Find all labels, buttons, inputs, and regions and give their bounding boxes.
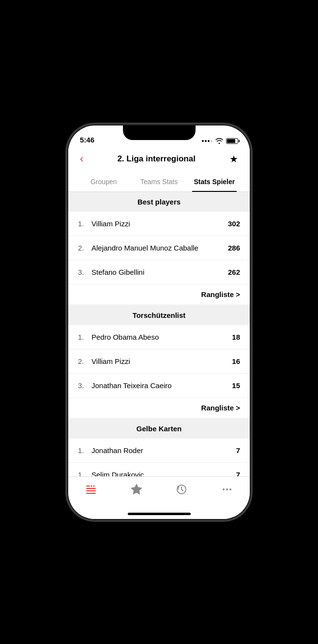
- svg-point-4: [91, 485, 92, 487]
- battery-fill: [227, 139, 235, 143]
- list-icon: [85, 484, 97, 495]
- player-score: 18: [232, 333, 240, 341]
- player-name: Villiam Pizzi: [90, 357, 232, 365]
- player-name: Pedro Obama Abeso: [90, 333, 232, 341]
- list-item: 1. Jonathan Roder 7: [68, 439, 250, 463]
- player-name: Jonathan Teixeira Caeiro: [90, 381, 232, 390]
- player-name: Stefano Gibellini: [90, 268, 228, 276]
- more-icon: [221, 484, 233, 495]
- player-score: 302: [228, 220, 240, 228]
- tab-bar: Groupen Teams Stats Stats Spieler: [68, 173, 250, 192]
- tab-teams-stats[interactable]: Teams Stats: [131, 173, 186, 191]
- player-name: Jonathan Roder: [90, 446, 236, 455]
- player-score: 7: [236, 446, 240, 455]
- player-score: 262: [228, 268, 240, 276]
- player-rank: 2.: [78, 244, 90, 252]
- nav-favorites[interactable]: [114, 481, 159, 498]
- bottom-nav: [68, 476, 250, 510]
- rangliste-link-best[interactable]: Rangliste >: [201, 290, 240, 298]
- player-rank: 1.: [78, 446, 90, 455]
- player-rank: 1.: [78, 333, 90, 341]
- history-icon: [176, 484, 187, 495]
- section-torschutzenlist: Torschützenlist 1. Pedro Obama Abeso 18 …: [68, 305, 250, 418]
- svg-point-5: [93, 485, 94, 487]
- header: ‹ 2. Liga interregional ★: [68, 147, 250, 173]
- nav-history[interactable]: [159, 481, 205, 498]
- list-item: 3. Jonathan Teixeira Caeiro 15: [68, 374, 250, 398]
- player-name: Villiam Pizzi: [90, 220, 228, 228]
- rangliste-link-torschutzen[interactable]: Rangliste >: [201, 404, 240, 412]
- rangliste-row-torschutzen: Rangliste >: [68, 398, 250, 418]
- svg-point-8: [226, 488, 228, 490]
- page-title: 2. Liga interregional: [85, 154, 227, 164]
- svg-point-9: [229, 488, 231, 490]
- player-rank: 3.: [78, 268, 90, 276]
- player-rank: 1.: [78, 220, 90, 228]
- list-item: 1. Selim Durakovic 7: [68, 463, 250, 476]
- content-area: Best players 1. Villiam Pizzi 302 2. Ale…: [68, 192, 250, 476]
- player-rank: 2.: [78, 357, 90, 365]
- battery-icon: [226, 138, 238, 144]
- signal-icon: [202, 140, 212, 142]
- list-item: 1. Villiam Pizzi 302: [68, 212, 250, 236]
- home-indicator: [128, 513, 191, 515]
- player-score: 286: [228, 244, 240, 252]
- section-best-players: Best players 1. Villiam Pizzi 302 2. Ale…: [68, 192, 250, 304]
- list-item: 1. Pedro Obama Abeso 18: [68, 325, 250, 349]
- player-score: 15: [232, 381, 240, 390]
- tab-stats-spieler[interactable]: Stats Spieler: [187, 173, 242, 191]
- nav-list[interactable]: [68, 481, 114, 498]
- list-item: 3. Stefano Gibellini 262: [68, 260, 250, 284]
- status-time: 5:46: [80, 136, 94, 144]
- nav-more[interactable]: [204, 481, 250, 498]
- section-title-gelbe-karten: Gelbe Karten: [68, 419, 250, 439]
- svg-point-7: [223, 488, 225, 490]
- section-gelbe-karten: Gelbe Karten 1. Jonathan Roder 7 1. Seli…: [68, 419, 250, 476]
- section-title-best-players: Best players: [68, 192, 250, 212]
- list-item: 2. Alejandro Manuel Munoz Caballe 286: [68, 236, 250, 260]
- player-score: 7: [236, 471, 240, 476]
- back-button[interactable]: ‹: [78, 151, 85, 167]
- list-item: 2. Villiam Pizzi 16: [68, 349, 250, 374]
- player-rank: 3.: [78, 381, 90, 390]
- section-title-torschutzenlist: Torschützenlist: [68, 305, 250, 325]
- player-score: 16: [232, 357, 240, 365]
- player-name: Alejandro Manuel Munoz Caballe: [90, 244, 228, 252]
- player-rank: 1.: [78, 471, 90, 476]
- player-name: Selim Durakovic: [90, 471, 236, 476]
- status-icons: [202, 138, 238, 144]
- favorite-button[interactable]: ★: [227, 151, 240, 167]
- wifi-icon: [215, 138, 223, 144]
- rangliste-row-best: Rangliste >: [68, 284, 250, 304]
- star-icon: [131, 484, 142, 495]
- tab-groupen[interactable]: Groupen: [76, 173, 131, 191]
